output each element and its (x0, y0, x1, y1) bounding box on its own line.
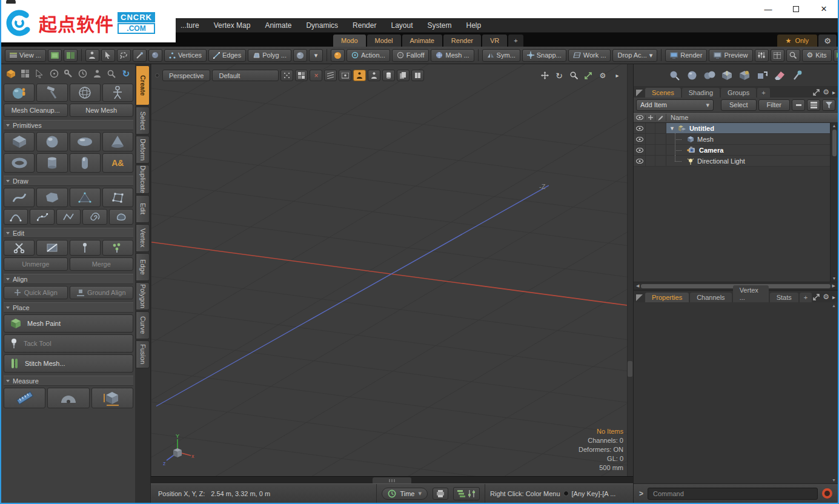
quick-align-button[interactable]: Quick Align (4, 286, 68, 299)
scroll-up-icon[interactable]: ▲ (832, 303, 836, 308)
tab-vr[interactable]: VR (482, 35, 507, 47)
add-tab-button[interactable]: + (800, 293, 812, 302)
layout-grid-button[interactable] (19, 67, 32, 80)
tab-render[interactable]: Render (443, 35, 481, 47)
torus-tool[interactable] (4, 153, 35, 173)
expand-panel-icon[interactable] (813, 89, 820, 96)
scroll-left-icon[interactable]: ◀ (636, 284, 639, 288)
tab-model[interactable]: Model (367, 35, 401, 47)
transform-tool-button[interactable] (34, 67, 46, 80)
vtab-edge[interactable]: Edge (136, 253, 150, 281)
filter-funnel-button[interactable] (822, 99, 835, 111)
text-tool[interactable]: A& (102, 153, 133, 173)
viewport-style-button[interactable] (48, 49, 62, 62)
cylinder-display-button[interactable] (382, 70, 395, 81)
snapping-button[interactable]: Snapp... (522, 49, 566, 62)
measure-section-header[interactable]: Measure (4, 376, 133, 386)
drop-action-dropdown[interactable]: Drop Ac... ▾ (612, 49, 657, 62)
pin-tool[interactable] (70, 240, 101, 256)
notes-view-button[interactable] (411, 70, 424, 81)
paint-select-button[interactable] (133, 49, 147, 62)
expand-panel-icon[interactable] (813, 294, 820, 300)
scene-item-directional-light[interactable]: Directional Light (666, 156, 830, 166)
grid-toggle-button[interactable] (280, 70, 293, 81)
proxy-mode-button[interactable] (353, 70, 366, 81)
visibility-toggle[interactable] (634, 145, 645, 155)
wire-sphere-tool[interactable] (70, 84, 101, 102)
cylinder-tool[interactable] (36, 153, 67, 173)
menu-texture[interactable]: ...ture (181, 21, 199, 30)
filter-button[interactable]: Filter (758, 99, 790, 111)
merge-button[interactable]: Merge (70, 257, 134, 271)
sphere-tool[interactable] (36, 132, 67, 151)
panel-gear-icon[interactable]: ⚙ (823, 293, 829, 301)
align-section-header[interactable]: Align (4, 274, 133, 284)
character-button[interactable] (91, 67, 104, 80)
add-instance-button[interactable] (703, 68, 716, 82)
preset-sphere-tool[interactable] (4, 84, 35, 102)
table-row[interactable]: Camera (634, 145, 830, 156)
orbit-view-button[interactable]: ↻ (553, 70, 565, 81)
scene-item-camera[interactable]: Camera (666, 145, 830, 155)
sculpt-tool[interactable] (36, 84, 67, 102)
ellipsoid-tool[interactable] (70, 132, 101, 151)
search-button[interactable] (786, 49, 800, 62)
radial-tool-button[interactable] (48, 67, 60, 80)
menu-dynamics[interactable]: Dynamics (306, 21, 338, 30)
edges-mode-button[interactable]: Edges (208, 49, 246, 62)
add-layout-tab-button[interactable]: + (508, 35, 523, 47)
panel-corner-icon[interactable] (636, 90, 643, 96)
find-tool-button[interactable] (105, 67, 118, 80)
edit-section-header[interactable]: Edit (4, 228, 133, 238)
select-cursor-button[interactable] (101, 49, 115, 62)
name-column-header[interactable]: Name (666, 114, 838, 121)
replace-item-button[interactable] (755, 68, 769, 82)
scribble-tool[interactable] (109, 209, 133, 225)
pin-column-icon[interactable] (645, 115, 655, 120)
maximize-viewport-button[interactable] (582, 70, 594, 81)
paint-item-button[interactable] (791, 68, 804, 82)
viewport-more-button[interactable]: ▸ (611, 70, 623, 81)
pen-tool[interactable] (36, 188, 67, 207)
slider-icon[interactable] (468, 490, 476, 497)
vertices-mode-button[interactable]: Vertices (164, 49, 207, 62)
menu-animate[interactable]: Animate (265, 21, 291, 30)
toolbox-button[interactable] (5, 67, 17, 80)
tab-animate[interactable]: Animate (402, 35, 442, 47)
new-mesh-button[interactable]: New Mesh (70, 104, 134, 117)
menu-help[interactable]: Help (466, 21, 482, 30)
render-button[interactable]: Render (665, 49, 707, 62)
vtab-curve[interactable]: Curve (136, 311, 150, 339)
panel-gear-icon[interactable]: ⚙ (823, 88, 829, 96)
view-menu-button[interactable]: View ... (5, 49, 46, 62)
maximize-button[interactable] (782, 0, 810, 18)
table-row[interactable]: Mesh (634, 134, 830, 145)
table-row[interactable]: Directional Light (634, 156, 830, 167)
mesh-cleanup-button[interactable]: Mesh Cleanup... (4, 104, 68, 117)
visibility-toggle[interactable] (634, 156, 645, 166)
sketch-tool[interactable] (4, 188, 35, 207)
select-mode-dropdown[interactable]: ▾ (309, 49, 323, 62)
ruler-tool[interactable] (4, 388, 45, 408)
only-tab[interactable]: ★ Only (777, 35, 818, 47)
tab-groups[interactable]: Groups (721, 88, 756, 98)
close-view-button[interactable]: × (310, 70, 322, 81)
scroll-down-icon[interactable]: ▼ (832, 276, 837, 281)
layers-icon[interactable] (457, 490, 465, 497)
primitives-section-header[interactable]: Primitives (4, 120, 133, 130)
add-item-dropdown[interactable]: Add Item ▾ (636, 99, 714, 111)
minimize-button[interactable]: — (754, 0, 782, 18)
slice-tool[interactable] (36, 240, 67, 256)
properties-scrollbar[interactable]: ▲ ▼ (831, 303, 837, 482)
symmetry-button[interactable]: Sym... (482, 49, 520, 62)
add-assembly-button[interactable] (738, 68, 751, 82)
scrollbar-grip[interactable] (628, 361, 632, 377)
lasso-select-button[interactable] (117, 49, 131, 62)
mesh-paint-button[interactable]: Mesh Paint (4, 314, 133, 333)
stitch-mesh-button[interactable]: Stitch Mesh... (4, 354, 133, 373)
zoom-view-button[interactable] (568, 70, 580, 81)
gl-monitor-button[interactable] (834, 49, 838, 62)
add-mesh-button[interactable] (685, 68, 698, 82)
scene-item-mesh[interactable]: Mesh (666, 134, 830, 144)
items-mode-button[interactable] (85, 49, 99, 62)
